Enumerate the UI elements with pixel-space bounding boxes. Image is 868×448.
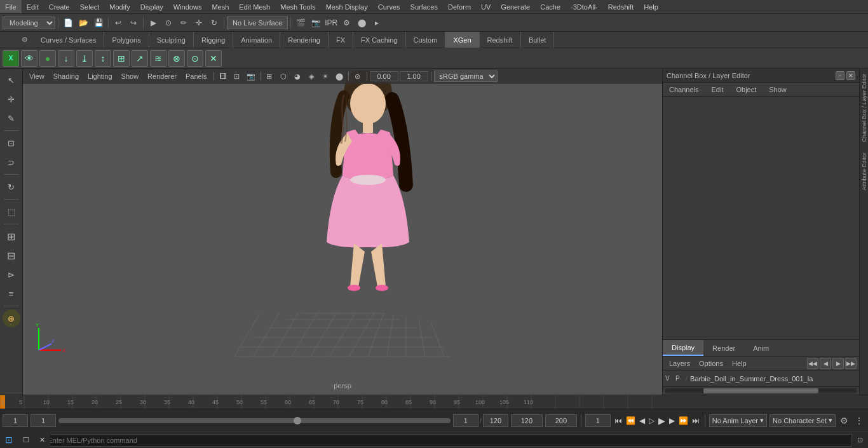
- menu-modify[interactable]: Modify: [104, 0, 135, 13]
- layer-arrow-next-icon[interactable]: ▶: [832, 358, 844, 369]
- viewport-renderer-menu[interactable]: Renderer: [144, 72, 180, 80]
- camera-icon[interactable]: 📷: [309, 16, 323, 30]
- render-tab[interactable]: Render: [703, 340, 744, 356]
- open-file-icon[interactable]: 📂: [76, 16, 90, 30]
- edit-tab[interactable]: Edit: [705, 83, 729, 96]
- menu-curves[interactable]: Curves: [373, 0, 405, 13]
- play-back-icon[interactable]: ▷: [648, 416, 656, 425]
- step-back-icon[interactable]: ⏪: [625, 416, 637, 425]
- marquee-icon[interactable]: ⬚: [3, 203, 20, 221]
- current-frame-display[interactable]: 1: [31, 414, 56, 427]
- menu-mesh[interactable]: Mesh: [207, 0, 234, 13]
- snap-icon[interactable]: ⊡: [3, 134, 20, 152]
- step-forward-icon[interactable]: ⏩: [677, 416, 689, 425]
- menu-file[interactable]: File: [0, 0, 22, 13]
- iso-icon[interactable]: ⊘: [351, 71, 364, 82]
- save-file-icon[interactable]: 💾: [92, 16, 105, 30]
- menu-redshift[interactable]: Redshift: [603, 0, 639, 13]
- menu-mesh-tools[interactable]: Mesh Tools: [275, 0, 320, 13]
- xgen-btn-1[interactable]: X: [3, 50, 19, 67]
- layer-arrow-left-icon[interactable]: ◀◀: [807, 358, 818, 369]
- xgen-btn-9[interactable]: ≋: [150, 50, 166, 67]
- new-file-icon[interactable]: 📄: [61, 16, 75, 30]
- menu-3dtall[interactable]: -3DtoAll-: [566, 0, 603, 13]
- xgen-btn-2[interactable]: 👁: [21, 50, 37, 67]
- tab-rendering[interactable]: Rendering: [280, 32, 329, 48]
- paint-tool-icon[interactable]: ✎: [3, 109, 20, 127]
- extra-settings-icon[interactable]: ⋮: [853, 416, 865, 426]
- viewport[interactable]: View Shading Lighting Show Renderer Pane…: [23, 69, 662, 395]
- circle-icon[interactable]: ⬤: [355, 16, 369, 30]
- tab-fx[interactable]: FX: [329, 32, 353, 48]
- xgen-btn-12[interactable]: ✕: [205, 50, 222, 67]
- object-tab[interactable]: Object: [729, 83, 763, 96]
- viewport-panels-menu[interactable]: Panels: [182, 72, 211, 80]
- layer-icon[interactable]: ≡: [3, 285, 20, 302]
- arrow-icon[interactable]: ▸: [370, 16, 384, 30]
- tab-animation[interactable]: Animation: [233, 32, 280, 48]
- live-surface-button[interactable]: No Live Surface: [227, 17, 288, 29]
- go-end-icon[interactable]: ⏭: [691, 416, 701, 425]
- channels-tab[interactable]: Channels: [663, 83, 705, 96]
- wireframe-icon[interactable]: ⬡: [277, 71, 290, 82]
- channel-box-sidebar-tab[interactable]: Channel Box / Layer Editor: [860, 69, 869, 147]
- xgen-btn-5[interactable]: ⤓: [76, 50, 93, 67]
- script-editor-icon[interactable]: ⊡: [857, 436, 863, 444]
- colorspace-dropdown[interactable]: sRGB gamma Linear: [434, 71, 498, 82]
- menu-edit[interactable]: Edit: [22, 0, 44, 13]
- xgen-btn-10[interactable]: ⊗: [168, 50, 185, 67]
- rotate-tool-icon[interactable]: ↻: [3, 178, 20, 196]
- render-icon[interactable]: 🎬: [294, 16, 308, 30]
- maya-icon-button[interactable]: ⊡: [0, 431, 18, 448]
- menu-generate[interactable]: Generate: [496, 0, 535, 13]
- menu-cache[interactable]: Cache: [535, 0, 566, 13]
- menu-display[interactable]: Display: [135, 0, 168, 13]
- timeline-ruler[interactable]: 1 5 10 15 20 25 30 35 40 45 50 55 60 65 …: [0, 395, 868, 409]
- menu-deform[interactable]: Deform: [443, 0, 476, 13]
- tab-sculpting[interactable]: Sculpting: [149, 32, 194, 48]
- anim-tab[interactable]: Anim: [744, 340, 778, 356]
- menu-edit-mesh[interactable]: Edit Mesh: [234, 0, 275, 13]
- camera-filmstrip-icon[interactable]: 🎞: [217, 71, 229, 82]
- select-icon[interactable]: ↖: [3, 71, 20, 89]
- move-icon[interactable]: ✛: [192, 16, 206, 30]
- frame-range-end[interactable]: 120: [511, 414, 543, 427]
- xgen-btn-8[interactable]: ↗: [132, 50, 148, 67]
- xgen-btn-7[interactable]: ⊞: [113, 50, 130, 67]
- display-tab[interactable]: Display: [663, 340, 703, 356]
- menu-uv[interactable]: UV: [476, 0, 496, 13]
- viewport-lighting-menu[interactable]: Lighting: [84, 72, 116, 80]
- layers-menu[interactable]: Layers: [665, 360, 694, 367]
- ipr-icon[interactable]: IPR: [324, 16, 338, 30]
- xgen-btn-6[interactable]: ↕: [95, 50, 111, 67]
- menu-mesh-display[interactable]: Mesh Display: [321, 0, 373, 13]
- layers-scrollbar-thumb[interactable]: [703, 388, 818, 393]
- menu-select[interactable]: Select: [75, 0, 105, 13]
- panel-collapse-icon[interactable]: −: [836, 71, 844, 80]
- minus-icon[interactable]: ⊟: [3, 247, 20, 264]
- viewport-icon-3[interactable]: 📷: [245, 71, 257, 82]
- character-set-dropdown[interactable]: No Character Set ▾: [770, 414, 836, 427]
- layer-visibility-toggle[interactable]: V: [665, 375, 673, 382]
- grid-icon[interactable]: ⊞: [263, 71, 276, 82]
- undo-icon[interactable]: ↩: [111, 16, 125, 30]
- xgen-btn-11[interactable]: ⊙: [187, 50, 203, 67]
- select-tool-icon[interactable]: ▶: [146, 16, 160, 30]
- tab-custom[interactable]: Custom: [406, 32, 446, 48]
- menu-windows[interactable]: Windows: [168, 0, 207, 13]
- options-menu[interactable]: Options: [695, 360, 727, 367]
- attribute-editor-tab[interactable]: Attribute Editor: [860, 147, 869, 196]
- frame-start-display[interactable]: 1: [3, 414, 28, 427]
- viewport-shading-menu[interactable]: Shading: [50, 72, 83, 80]
- tab-fx-caching[interactable]: FX Caching: [353, 32, 405, 48]
- light-icon[interactable]: ☀: [319, 71, 332, 82]
- command-input[interactable]: [43, 434, 852, 447]
- next-frame-icon[interactable]: ▶: [668, 416, 676, 425]
- layers-scrollbar[interactable]: [665, 388, 857, 393]
- viewport-show-menu[interactable]: Show: [118, 72, 143, 80]
- layer-name[interactable]: Barbie_Doll_in_Summer_Dress_001_la: [690, 375, 857, 383]
- menu-help[interactable]: Help: [639, 0, 663, 13]
- layer-arrow-right-icon[interactable]: ▶▶: [845, 358, 857, 369]
- slider-value[interactable]: 1: [453, 414, 478, 427]
- tab-xgen[interactable]: XGen: [445, 32, 479, 48]
